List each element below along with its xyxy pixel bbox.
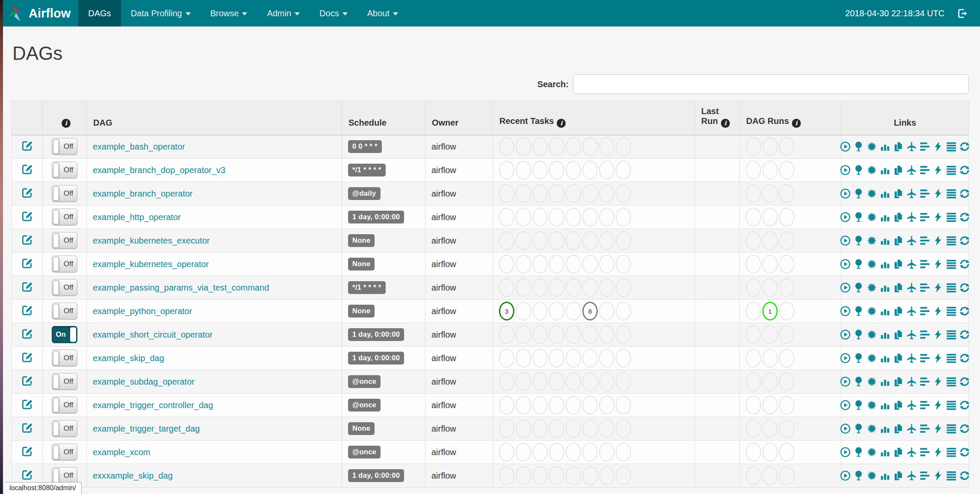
state-circle[interactable]: [566, 466, 581, 485]
tree-view-icon[interactable]: [853, 329, 864, 340]
task-details-icon[interactable]: [946, 376, 957, 387]
dag-pause-toggle[interactable]: Off: [52, 256, 77, 273]
code-view-icon[interactable]: [933, 165, 944, 176]
refresh-icon[interactable]: [959, 447, 970, 458]
dag-name-link[interactable]: example_python_operator: [93, 306, 192, 316]
dag-pause-toggle[interactable]: Off: [52, 350, 77, 367]
gantt-icon[interactable]: [919, 235, 930, 246]
dag-pause-toggle[interactable]: Off: [52, 420, 77, 437]
refresh-icon[interactable]: [959, 353, 970, 364]
dag-name-link[interactable]: example_short_circuit_operator: [93, 330, 213, 339]
task-tries-icon[interactable]: [893, 212, 904, 223]
dag-edit-icon[interactable]: [21, 469, 33, 480]
state-circle[interactable]: [516, 466, 531, 485]
state-circle[interactable]: [746, 255, 761, 273]
gantt-icon[interactable]: [919, 282, 930, 293]
refresh-icon[interactable]: [959, 470, 970, 481]
state-circle[interactable]: [599, 302, 614, 321]
dag-name-link[interactable]: example_http_operator: [93, 212, 181, 222]
dag-pause-toggle[interactable]: Off: [52, 397, 77, 414]
tree-view-icon[interactable]: [853, 212, 864, 223]
tree-view-icon[interactable]: [853, 376, 864, 387]
gantt-icon[interactable]: [919, 212, 930, 223]
state-circle[interactable]: [616, 184, 631, 203]
state-circle[interactable]: [532, 231, 548, 250]
graph-view-icon[interactable]: [866, 447, 877, 458]
state-circle[interactable]: [762, 278, 778, 297]
state-circle[interactable]: [746, 443, 761, 462]
landing-times-icon[interactable]: [906, 188, 917, 199]
tree-view-icon[interactable]: [853, 141, 864, 152]
code-view-icon[interactable]: [933, 188, 944, 199]
graph-view-icon[interactable]: [866, 141, 877, 152]
task-tries-icon[interactable]: [893, 165, 904, 176]
task-tries-icon[interactable]: [893, 306, 904, 317]
tasks-duration-icon[interactable]: [880, 282, 891, 293]
column-header-schedule[interactable]: Schedule: [342, 101, 425, 135]
gantt-icon[interactable]: [919, 165, 930, 176]
state-circle[interactable]: [532, 184, 548, 203]
dag-edit-icon[interactable]: [21, 445, 33, 457]
dag-name-link[interactable]: example_passing_params_via_test_command: [93, 283, 269, 292]
state-circle[interactable]: [532, 349, 548, 368]
state-circle[interactable]: [762, 349, 778, 368]
dag-pause-toggle[interactable]: Off: [52, 138, 77, 155]
dag-edit-icon[interactable]: [21, 140, 33, 151]
state-circle[interactable]: [779, 466, 794, 485]
state-circle[interactable]: [762, 255, 778, 273]
state-circle[interactable]: [566, 278, 581, 297]
tasks-duration-icon[interactable]: [880, 400, 891, 411]
tree-view-icon[interactable]: [853, 423, 864, 434]
tree-view-icon[interactable]: [853, 259, 864, 270]
column-header-dag-runs[interactable]: DAG Runsi: [740, 101, 841, 135]
tasks-duration-icon[interactable]: [880, 423, 891, 434]
refresh-icon[interactable]: [959, 141, 970, 152]
state-circle[interactable]: [762, 466, 778, 485]
state-circle[interactable]: [516, 372, 531, 391]
dag-edit-icon[interactable]: [21, 422, 33, 433]
tasks-duration-icon[interactable]: [880, 376, 891, 387]
code-view-icon[interactable]: [933, 235, 944, 246]
task-tries-icon[interactable]: [893, 400, 904, 411]
state-circle[interactable]: [779, 419, 794, 438]
state-circle[interactable]: [516, 208, 531, 226]
tasks-duration-icon[interactable]: [880, 188, 891, 199]
task-details-icon[interactable]: [946, 212, 957, 223]
state-circle[interactable]: [779, 161, 794, 179]
state-circle[interactable]: [549, 255, 564, 273]
task-details-icon[interactable]: [946, 470, 957, 481]
dag-pause-toggle[interactable]: Off: [52, 303, 77, 320]
state-circle[interactable]: [599, 419, 614, 438]
tasks-duration-icon[interactable]: [880, 259, 891, 270]
tree-view-icon[interactable]: [853, 188, 864, 199]
nav-item-docs[interactable]: Docs: [310, 0, 357, 26]
state-circle[interactable]: [566, 372, 581, 391]
state-circle[interactable]: [549, 372, 564, 391]
state-circle[interactable]: [516, 231, 531, 250]
nav-item-dags[interactable]: DAGs: [78, 0, 121, 26]
state-circle[interactable]: [532, 302, 548, 321]
state-circle[interactable]: [549, 208, 564, 226]
state-circle[interactable]: [616, 137, 631, 156]
dag-edit-icon[interactable]: [21, 351, 33, 363]
state-circle[interactable]: [762, 396, 778, 415]
state-circle[interactable]: [779, 302, 794, 321]
column-header-last-run[interactable]: Last Runi: [695, 101, 740, 135]
dag-edit-icon[interactable]: [21, 398, 33, 410]
nav-item-browse[interactable]: Browse: [201, 0, 257, 26]
trigger-dag-icon[interactable]: [840, 376, 851, 387]
state-circle[interactable]: [532, 255, 548, 273]
state-circle[interactable]: [549, 161, 564, 179]
tree-view-icon[interactable]: [853, 353, 864, 364]
task-details-icon[interactable]: [946, 282, 957, 293]
state-circle[interactable]: [566, 443, 581, 462]
state-circle[interactable]: [582, 208, 598, 226]
state-circle[interactable]: [532, 396, 548, 415]
dag-name-link[interactable]: example_branch_dop_operator_v3: [93, 165, 225, 175]
trigger-dag-icon[interactable]: [840, 141, 851, 152]
tasks-duration-icon[interactable]: [880, 306, 891, 317]
state-circle[interactable]: [779, 396, 794, 415]
state-circle[interactable]: [599, 349, 614, 368]
refresh-icon[interactable]: [959, 165, 970, 176]
state-circle[interactable]: [582, 137, 598, 156]
